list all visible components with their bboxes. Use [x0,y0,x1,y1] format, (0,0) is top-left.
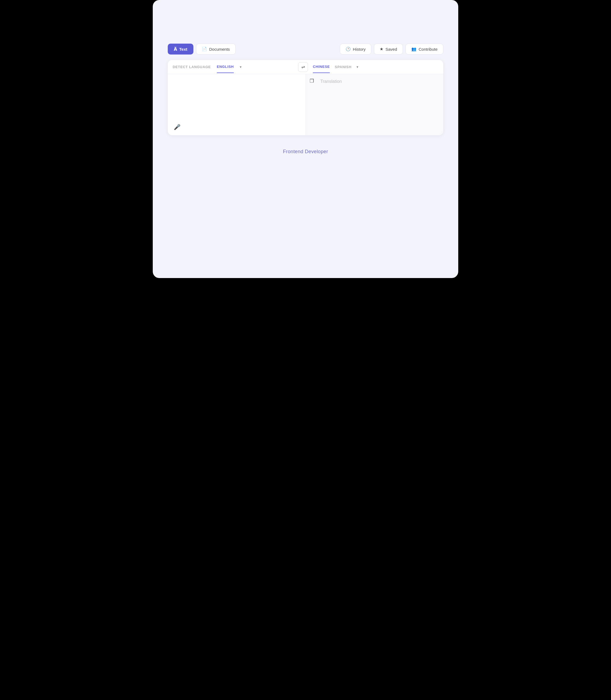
app-container: A̅ Text 📄 Documents 🕐 History ★ Saved 👥 … [153,0,458,278]
people-icon: 👥 [411,47,417,51]
translation-output: Translation [311,79,438,84]
chevron-down-icon: ▾ [240,65,242,69]
detect-language-option[interactable]: DETECT LANGUAGE [173,61,211,73]
chinese-language-option[interactable]: CHINESE [313,61,330,73]
toolbar-right: 🕐 History ★ Saved 👥 Contribute [340,44,443,55]
microphone-button[interactable]: 🎤 [173,123,182,132]
contribute-button[interactable]: 👥 Contribute [406,44,443,55]
source-panel: 🎤 [168,74,306,135]
history-icon: 🕐 [346,47,351,51]
toolbar: A̅ Text 📄 Documents 🕐 History ★ Saved 👥 … [168,44,443,55]
history-label: History [353,47,366,51]
target-panel: ❐ Translation [306,74,444,135]
translator-card: DETECT LANGUAGE ENGLISH ▾ ⇌ CHINESE SPAN… [168,60,443,135]
microphone-icon: 🎤 [174,124,181,130]
copy-button[interactable]: ❐ [310,78,314,84]
english-language-option[interactable]: ENGLISH [217,61,234,73]
copy-icon: ❐ [310,78,314,84]
swap-languages-button[interactable]: ⇌ [298,62,308,72]
spanish-language-option[interactable]: SPANISH [335,61,351,73]
contribute-label: Contribute [419,47,437,51]
language-bar: DETECT LANGUAGE ENGLISH ▾ ⇌ CHINESE SPAN… [168,60,443,74]
source-language-dropdown[interactable]: ▾ [240,61,242,73]
swap-icon: ⇌ [301,64,305,70]
text-tab-button[interactable]: A̅ Text [168,44,193,55]
documents-tab-button[interactable]: 📄 Documents [196,44,236,55]
text-panels: 🎤 ❐ Translation [168,74,443,135]
translate-icon: A̅ [174,47,177,52]
documents-tab-label: Documents [209,47,230,51]
source-text-input[interactable] [173,79,301,123]
history-button[interactable]: 🕐 History [340,44,372,55]
star-icon: ★ [380,47,383,51]
target-language-dropdown[interactable]: ▾ [357,61,358,73]
document-icon: 📄 [202,47,207,51]
source-lang-bar: DETECT LANGUAGE ENGLISH ▾ [173,61,298,73]
saved-button[interactable]: ★ Saved [374,44,403,55]
saved-label: Saved [385,47,397,51]
toolbar-left: A̅ Text 📄 Documents [168,44,236,55]
chevron-down-icon-2: ▾ [357,65,358,69]
footer-credit: Frontend Developer [168,149,443,155]
target-lang-bar: CHINESE SPANISH ▾ [308,61,438,73]
footer-label: Frontend Developer [283,149,328,154]
text-tab-label: Text [179,47,188,51]
